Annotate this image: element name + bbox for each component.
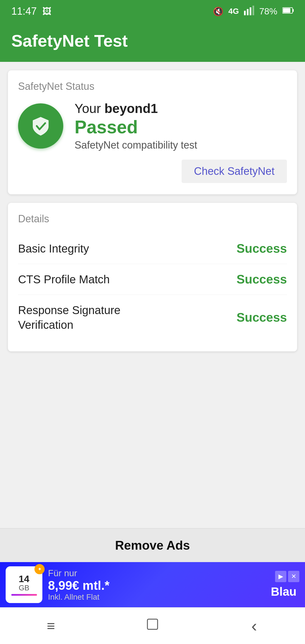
details-card-title: Details	[18, 213, 287, 225]
signal-icon	[244, 5, 254, 18]
battery-icon	[282, 6, 294, 17]
basic-integrity-label: Basic Integrity	[18, 241, 89, 256]
ad-brand: Blau	[271, 585, 297, 599]
ad-star-badge: ✦	[34, 564, 45, 574]
ad-close-button[interactable]: ✕	[288, 571, 299, 582]
details-card: Details Basic Integrity Success CTS Prof…	[8, 203, 297, 351]
check-safetynet-button[interactable]: Check SafetyNet	[182, 160, 287, 183]
main-content: SafetyNet Status Your beyond1 Passed Saf…	[0, 62, 305, 528]
ad-close-block: ▶ ✕ Blau	[271, 571, 299, 599]
compat-text: SafetyNet compatibility test	[75, 139, 287, 151]
svg-rect-2	[250, 7, 251, 15]
response-sig-value: Success	[236, 310, 287, 325]
svg-rect-0	[244, 11, 246, 15]
app-title: SafetyNet Test	[11, 31, 294, 51]
ad-banner[interactable]: 14 GB ✦ Für nur 8,99€ mtl.* Inkl. Allnet…	[0, 562, 305, 607]
status-content: Your beyond1 Passed SafetyNet compatibil…	[18, 101, 287, 151]
mute-icon: 🔇	[213, 6, 223, 16]
shield-check-icon	[29, 115, 52, 137]
svg-rect-1	[247, 9, 249, 15]
nav-back-button[interactable]: ‹	[237, 615, 271, 637]
detail-row-cts-profile: CTS Profile Match Success	[18, 264, 287, 295]
svg-rect-6	[283, 8, 290, 13]
device-name: beyond1	[104, 101, 158, 116]
ad-info-button[interactable]: ▶	[275, 571, 286, 582]
ad-icon-block: 14 GB ✦	[6, 566, 42, 603]
response-sig-label: Response SignatureVerification	[18, 303, 120, 332]
photo-icon: 🖼	[42, 6, 51, 17]
status-text-block: Your beyond1 Passed SafetyNet compatibil…	[75, 101, 287, 151]
status-card-title: SafetyNet Status	[18, 80, 287, 92]
basic-integrity-value: Success	[236, 242, 287, 256]
ad-gb-number: 14	[19, 574, 29, 584]
device-name-line: Your beyond1	[75, 101, 287, 116]
nav-home-button[interactable]	[136, 615, 169, 637]
ad-gb-label: GB	[19, 584, 29, 592]
ad-headline: Für nur	[48, 568, 265, 578]
passed-label: Passed	[75, 117, 287, 137]
status-bar: 11:47 🖼 🔇 4G 78%	[0, 0, 305, 23]
battery-text: 78%	[259, 6, 277, 17]
remove-ads-bar[interactable]: Remove Ads	[0, 528, 305, 562]
svg-rect-5	[293, 9, 294, 12]
nav-menu-button[interactable]: ≡	[34, 615, 68, 637]
shield-circle	[18, 103, 63, 149]
status-card: SafetyNet Status Your beyond1 Passed Saf…	[8, 70, 297, 194]
detail-row-basic-integrity: Basic Integrity Success	[18, 233, 287, 264]
home-icon	[145, 617, 160, 635]
ad-price: 8,99€ mtl.*	[48, 578, 265, 593]
menu-icon: ≡	[47, 618, 55, 634]
nav-bar: ≡ ‹	[0, 607, 305, 644]
back-icon: ‹	[251, 616, 257, 636]
status-time: 11:47	[11, 5, 37, 17]
cts-profile-value: Success	[236, 272, 287, 286]
ad-controls: ▶ ✕	[275, 571, 299, 582]
network-4g-icon: 4G	[228, 7, 239, 16]
check-btn-row: Check SafetyNet	[18, 160, 287, 183]
svg-rect-3	[252, 6, 254, 15]
device-prefix: Your	[75, 101, 104, 116]
svg-rect-7	[147, 619, 158, 629]
detail-row-response-sig: Response SignatureVerification Success	[18, 295, 287, 340]
ad-subtext: Inkl. Allnet Flat	[48, 593, 265, 602]
cts-profile-label: CTS Profile Match	[18, 272, 110, 287]
app-bar: SafetyNet Test	[0, 23, 305, 62]
ad-text-block: Für nur 8,99€ mtl.* Inkl. Allnet Flat	[48, 568, 265, 602]
remove-ads-label: Remove Ads	[115, 538, 190, 552]
